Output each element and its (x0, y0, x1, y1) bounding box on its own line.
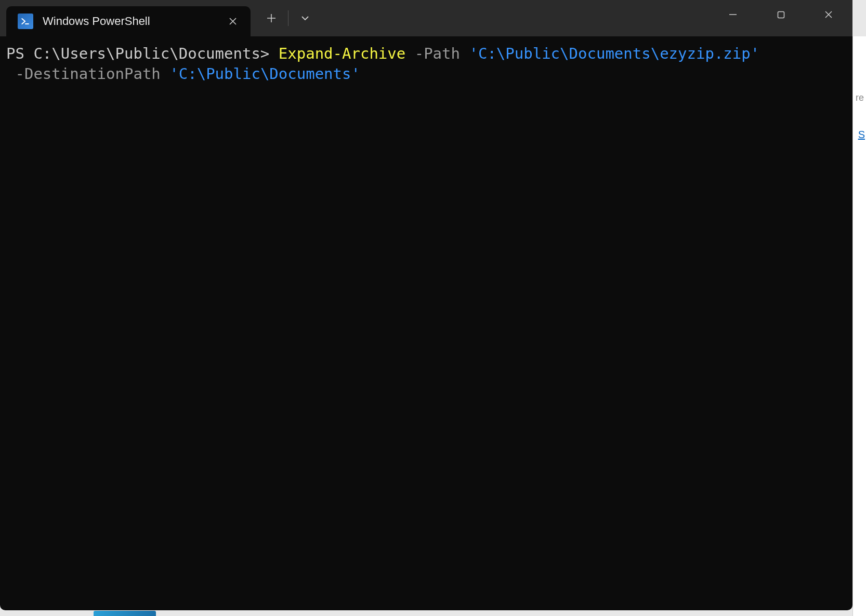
cmdlet-token: Expand-Archive (279, 45, 405, 62)
param-token: -DestinationPath (15, 65, 160, 83)
background-app-strip: re S (852, 36, 866, 616)
terminal-window: Windows PowerShell (0, 0, 852, 610)
minimize-button[interactable] (709, 0, 757, 29)
tab-actions (251, 0, 320, 36)
tab-title: Windows PowerShell (43, 15, 216, 28)
prompt-text: PS C:\Users\Public\Documents> (6, 45, 279, 62)
close-icon (229, 17, 237, 25)
minimize-icon (729, 10, 737, 19)
param-token: -Path (415, 45, 460, 62)
plus-icon (267, 14, 276, 23)
maximize-button[interactable] (757, 0, 805, 29)
space (460, 45, 469, 62)
divider (288, 10, 288, 26)
space (405, 45, 414, 62)
taskbar-fragment (94, 611, 156, 616)
maximize-icon (777, 11, 785, 19)
new-tab-button[interactable] (257, 4, 286, 33)
close-icon (824, 10, 833, 19)
powershell-icon (18, 14, 33, 29)
tab-dropdown-button[interactable] (291, 4, 320, 33)
close-tab-button[interactable] (226, 14, 240, 29)
titlebar[interactable]: Windows PowerShell (0, 0, 852, 36)
space (161, 65, 169, 83)
terminal-body[interactable]: PS C:\Users\Public\Documents> Expand-Arc… (0, 36, 852, 91)
string-token: 'C:\Public\Documents\ezyzip.zip' (469, 45, 759, 62)
window-controls (709, 0, 852, 29)
close-window-button[interactable] (805, 0, 852, 29)
tab-powershell[interactable]: Windows PowerShell (6, 6, 251, 36)
background-link-fragment: S (858, 129, 865, 141)
background-text-fragment: re (856, 92, 866, 103)
string-token: 'C:\Public\Documents' (169, 65, 360, 83)
chevron-down-icon (300, 14, 310, 23)
svg-rect-0 (778, 11, 784, 18)
space (6, 65, 15, 83)
